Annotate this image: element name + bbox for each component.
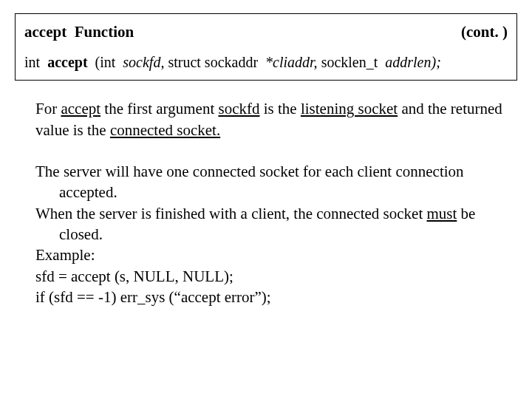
p1-c: the first argument bbox=[100, 100, 218, 117]
proto-fn: accept bbox=[47, 54, 87, 70]
line-2: When the server is finished with a clien… bbox=[35, 203, 510, 245]
p1-accept: accept bbox=[61, 100, 100, 117]
p1-a: For bbox=[35, 100, 61, 117]
p1-e: is the bbox=[259, 100, 300, 117]
l2a: When the server is finished with a clien… bbox=[35, 205, 426, 222]
header-cont: (cont. ) bbox=[461, 21, 508, 42]
proto-mid2: socklen_t bbox=[321, 54, 378, 70]
title-word-function: Function bbox=[75, 23, 134, 41]
title-word-accept: accept bbox=[24, 23, 66, 41]
header-row: accept Function (cont. ) bbox=[24, 21, 508, 42]
p1-connected: connected socket. bbox=[110, 121, 220, 139]
body-area: For accept the first argument sockfd is … bbox=[15, 98, 517, 307]
line-3: Example: bbox=[35, 245, 510, 265]
line-5: if (sfd == -1) err_sys (“accept error”); bbox=[35, 287, 510, 307]
prototype-line: int accept (int sockfd, struct sockaddr … bbox=[24, 52, 508, 72]
p1-listening: listening socket bbox=[301, 100, 398, 117]
proto-return: int bbox=[24, 54, 40, 70]
line-4: sfd = accept (s, NULL, NULL); bbox=[35, 266, 510, 287]
proto-mid: struct sockaddr bbox=[168, 54, 258, 70]
line-1: The server will have one connected socke… bbox=[35, 161, 510, 203]
proto-arg2: *cliaddr, bbox=[265, 54, 318, 70]
proto-arg3: addrlen); bbox=[385, 54, 441, 70]
slide: accept Function (cont. ) int accept (int… bbox=[0, 0, 532, 399]
l2b: must bbox=[426, 205, 457, 222]
header-title: accept Function bbox=[24, 21, 134, 42]
proto-arg1: sockfd, bbox=[123, 54, 164, 70]
paragraph-1: For accept the first argument sockfd is … bbox=[35, 98, 510, 140]
list-block: The server will have one connected socke… bbox=[35, 161, 510, 307]
header-box: accept Function (cont. ) int accept (int… bbox=[15, 13, 517, 81]
p1-sockfd: sockfd bbox=[218, 100, 259, 117]
proto-open: (int bbox=[95, 54, 116, 70]
